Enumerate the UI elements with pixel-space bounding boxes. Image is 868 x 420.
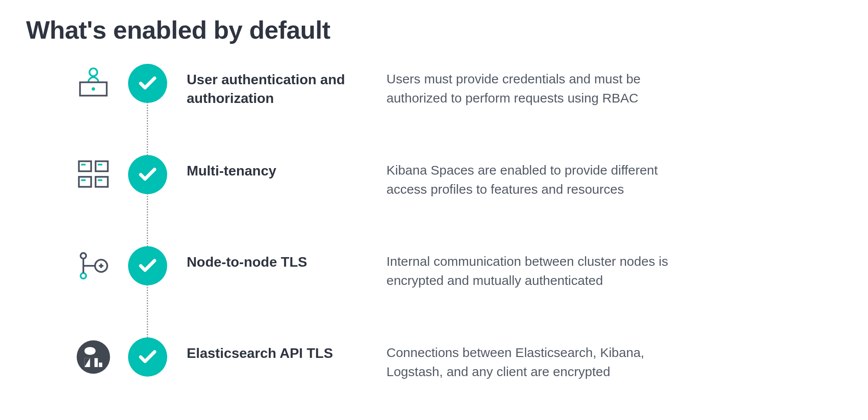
feature-label: Elasticsearch API TLS [187,340,360,363]
feature-label: Multi-tenancy [187,157,360,180]
svg-rect-4 [96,161,108,171]
svg-rect-3 [79,161,91,171]
svg-rect-20 [95,358,98,367]
svg-point-11 [81,253,86,259]
check-icon [128,337,167,377]
page-title: What's enabled by default [26,15,842,44]
svg-point-18 [77,341,110,374]
feature-label: Node-to-node TLS [187,248,360,271]
feature-description: Users must provide credentials and must … [386,66,699,107]
svg-rect-6 [96,177,108,187]
feature-description: Kibana Spaces are enabled to provide dif… [386,157,699,198]
feature-row: Node-to-node TLS Internal communication … [74,248,842,301]
feature-description: Connections between Elasticsearch, Kiban… [386,340,699,381]
slide: What's enabled by default User authentic… [0,0,868,420]
svg-point-0 [89,68,97,76]
node-tls-icon [74,246,113,285]
user-auth-icon [74,64,113,103]
feature-row: Elasticsearch API TLS Connections betwee… [74,340,842,392]
elasticsearch-tls-icon [74,337,113,377]
svg-rect-5 [79,177,91,187]
feature-label: User authentication and authorization [187,66,360,108]
check-icon [128,246,167,285]
check-icon [128,64,167,103]
check-icon [128,155,167,194]
svg-point-12 [81,273,86,279]
feature-description: Internal communication between cluster n… [386,248,699,290]
svg-rect-21 [99,363,102,367]
svg-point-2 [92,87,95,91]
multi-tenancy-icon [74,155,113,194]
feature-row: Multi-tenancy Kibana Spaces are enabled … [74,157,842,209]
feature-list: User authentication and authorization Us… [26,66,842,392]
feature-row: User authentication and authorization Us… [74,66,842,118]
timeline-connector [147,96,148,348]
